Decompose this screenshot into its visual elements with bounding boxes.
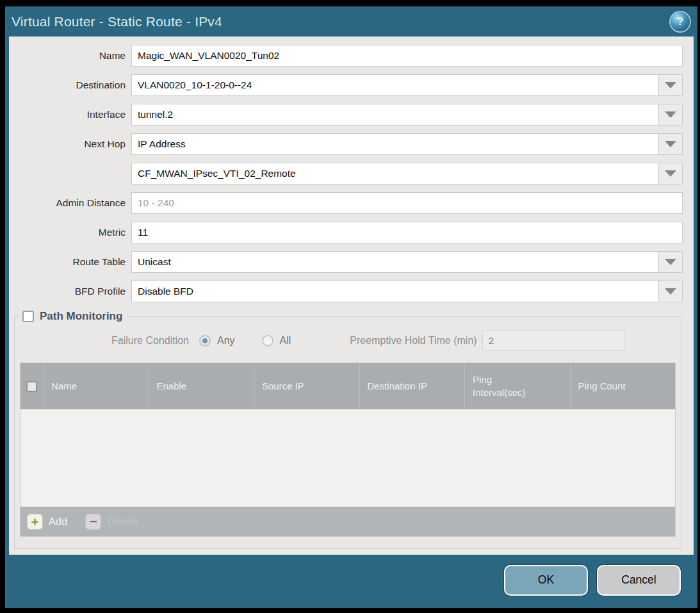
path-monitoring-section: Path Monitoring Failure Condition Any Al… [14, 310, 681, 549]
column-header-name: Name [43, 363, 149, 409]
dialog-title: Virtual Router - Static Route - IPv4 [12, 14, 222, 29]
admin-distance-input[interactable] [131, 192, 683, 214]
interface-label: Interface [9, 109, 131, 120]
route-table-row: Route Table [9, 251, 694, 273]
bfd-profile-row: BFD Profile [9, 281, 694, 302]
destination-row: Destination [9, 74, 694, 96]
interface-dropdown-button[interactable] [658, 104, 683, 126]
table-footer: + Add − Delete [20, 507, 675, 536]
column-header-ping-count: Ping Count [570, 363, 676, 409]
route-table-dropdown-button[interactable] [658, 251, 683, 273]
interface-row: Interface [9, 104, 694, 126]
dialog-titlebar: Virtual Router - Static Route - IPv4 ? [5, 6, 697, 37]
radio-unselected-icon [262, 335, 273, 347]
admin-distance-row: Admin Distance [9, 192, 694, 214]
bfd-profile-input[interactable] [131, 281, 658, 302]
chevron-down-icon [665, 259, 676, 265]
failure-condition-all-radio[interactable]: All [262, 335, 291, 347]
failure-condition-row: Failure Condition Any All Preemptive Hol… [20, 329, 676, 352]
delete-button[interactable]: − Delete [85, 514, 138, 530]
name-label: Name [9, 50, 131, 61]
next-hop-row: Next Hop [9, 133, 694, 155]
next-hop-address-dropdown-button[interactable] [658, 163, 683, 184]
name-input[interactable] [131, 45, 683, 67]
metric-label: Metric [9, 227, 131, 238]
metric-row: Metric [9, 222, 694, 243]
path-monitoring-legend: Path Monitoring [21, 310, 126, 323]
metric-input[interactable] [131, 222, 683, 243]
destination-dropdown-button[interactable] [658, 74, 683, 96]
next-hop-dropdown-button[interactable] [658, 133, 683, 155]
dialog-footer: OK Cancel [5, 555, 697, 608]
chevron-down-icon [665, 111, 676, 118]
table-header-row: Name Enable Source IP Destination IP Pin… [20, 363, 675, 409]
preemptive-hold-time-label: Preemptive Hold Time (min) [350, 335, 476, 347]
minus-icon: − [85, 514, 101, 530]
chevron-down-icon [665, 170, 676, 177]
next-hop-label: Next Hop [9, 138, 131, 150]
radio-any-label: Any [217, 335, 235, 347]
delete-button-label: Delete [107, 516, 138, 528]
cancel-button[interactable]: Cancel [597, 565, 681, 596]
failure-condition-any-radio[interactable]: Any [199, 335, 235, 347]
column-header-ping-interval: Ping Interval(sec) [464, 363, 570, 409]
chevron-down-icon [665, 82, 676, 88]
route-table-input[interactable] [131, 251, 658, 273]
chevron-down-icon [665, 288, 676, 295]
next-hop-address-input[interactable] [131, 163, 658, 184]
failure-condition-label: Failure Condition [20, 335, 195, 347]
bfd-profile-label: BFD Profile [9, 286, 131, 297]
route-table-label: Route Table [9, 256, 131, 268]
destination-input[interactable] [131, 74, 658, 96]
column-header-destination-ip: Destination IP [359, 363, 465, 409]
path-monitoring-table: Name Enable Source IP Destination IP Pin… [20, 363, 676, 537]
path-monitoring-checkbox[interactable] [22, 311, 34, 322]
admin-distance-label: Admin Distance [9, 197, 131, 209]
ok-button[interactable]: OK [504, 565, 588, 596]
static-route-dialog: Virtual Router - Static Route - IPv4 ? N… [0, 0, 700, 613]
path-monitoring-title: Path Monitoring [40, 310, 122, 323]
help-icon[interactable]: ? [671, 12, 690, 31]
bfd-profile-dropdown-button[interactable] [658, 281, 683, 302]
column-header-source-ip: Source IP [254, 363, 359, 409]
chevron-down-icon [665, 141, 676, 147]
next-hop-address-row [9, 163, 694, 184]
add-button-label: Add [49, 516, 67, 528]
radio-selected-icon [199, 335, 211, 347]
interface-input[interactable] [131, 104, 658, 126]
name-row: Name [9, 45, 694, 67]
plus-icon: + [27, 514, 43, 530]
dialog-body: Name Destination Interface [9, 37, 694, 555]
select-all-checkbox[interactable] [26, 381, 37, 392]
preemptive-hold-time-input[interactable] [482, 331, 624, 351]
destination-label: Destination [9, 79, 131, 91]
add-button[interactable]: + Add [27, 514, 67, 530]
column-header-enable: Enable [149, 363, 254, 409]
next-hop-type-input[interactable] [131, 133, 658, 155]
table-body-empty [20, 409, 675, 507]
select-all-cell [20, 363, 43, 409]
radio-all-label: All [280, 335, 291, 347]
